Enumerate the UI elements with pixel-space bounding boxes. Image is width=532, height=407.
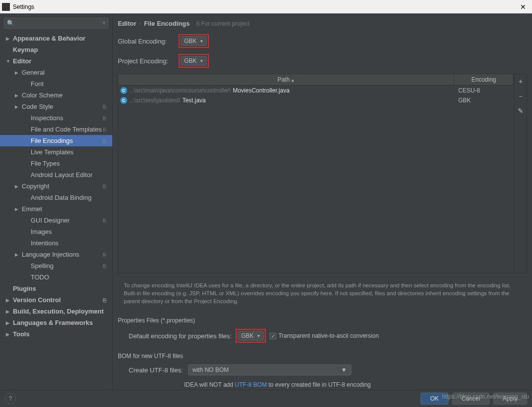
breadcrumb-editor[interactable]: Editor: [118, 20, 137, 27]
tree-arrow-icon: ▶: [6, 36, 12, 41]
sidebar-item-file-types[interactable]: File Types: [0, 158, 112, 169]
tree-arrow-icon: ▶: [6, 320, 12, 325]
chevron-down-icon: ▼: [341, 366, 347, 373]
tree-arrow-icon: ▶: [6, 332, 12, 337]
checkmark-icon: ✓: [270, 333, 276, 339]
transparent-ascii-checkbox[interactable]: ✓ Transparent native-to-ascii conversion: [270, 332, 379, 339]
sidebar-item-gui-designer[interactable]: GUI Designer⎘: [0, 215, 112, 226]
sidebar-item-tools[interactable]: ▶Tools: [0, 328, 112, 340]
sidebar-item-inspections[interactable]: Inspections⎘: [0, 112, 112, 124]
sidebar-item-label: Plugins: [13, 285, 36, 292]
cell-encoding: GBK: [454, 97, 514, 104]
settings-tree: ▶Appearance & BehaviorKeymap▼Editor▶Gene…: [0, 33, 112, 390]
sidebar-item-label: Code Style: [22, 103, 53, 110]
tree-arrow-icon: ▶: [15, 70, 21, 75]
highlight-box: GBK ▼: [236, 329, 266, 343]
sidebar-item-color-scheme[interactable]: ▶Color Scheme: [0, 90, 112, 101]
sidebar-item-file-and-code-templates[interactable]: File and Code Templates⎘: [0, 124, 112, 135]
sidebar-item-languages-frameworks[interactable]: ▶Languages & Frameworks: [0, 317, 112, 328]
chevron-down-icon: ▼: [256, 334, 260, 338]
table-header: Path▲ Encoding: [118, 74, 514, 86]
create-utf8-combo[interactable]: with NO BOM ▼: [188, 364, 351, 375]
sidebar-item-plugins[interactable]: Plugins: [0, 283, 112, 294]
content-panel: Editor › File Encodings ⎘For current pro…: [113, 14, 532, 390]
remove-icon[interactable]: －: [517, 92, 524, 101]
scope-note: ⎘For current project: [196, 20, 249, 27]
sidebar-item-editor[interactable]: ▼Editor: [0, 55, 112, 67]
chevron-right-icon: ›: [140, 21, 141, 26]
sidebar-item-keymap[interactable]: Keymap: [0, 44, 112, 55]
tree-arrow-icon: ▶: [6, 298, 12, 303]
copy-icon: ⎘: [103, 138, 108, 144]
sidebar-item-copyright[interactable]: ▶Copyright⎘: [0, 181, 112, 192]
properties-encoding-combo[interactable]: GBK ▼: [238, 331, 264, 341]
table-row[interactable]: C...\src\main\java\com\course\controller…: [118, 86, 514, 95]
project-encoding-combo[interactable]: GBK ▼: [181, 56, 207, 66]
window-title: Settings: [13, 3, 516, 10]
sidebar-item-spelling[interactable]: Spelling⎘: [0, 260, 112, 271]
sidebar-item-language-injections[interactable]: ▶Language Injections⎘: [0, 249, 112, 260]
sidebar-item-label: Editor: [13, 57, 32, 65]
search-input[interactable]: [4, 18, 108, 29]
sidebar-item-label: TODO: [31, 273, 49, 281]
sidebar-item-label: Images: [31, 228, 52, 235]
sidebar-item-label: Languages & Frameworks: [13, 319, 93, 326]
sidebar-item-label: Intentions: [31, 239, 58, 247]
chevron-down-icon: ▼: [199, 59, 203, 63]
sidebar-item-label: Build, Execution, Deployment: [13, 308, 103, 315]
utf8-bom-link[interactable]: UTF-8 BOM: [235, 381, 267, 388]
sidebar-item-label: Inspections: [31, 114, 63, 122]
tree-arrow-icon: ▶: [15, 207, 21, 212]
sidebar-item-label: File Types: [31, 160, 60, 167]
sidebar-item-label: File Encodings: [31, 137, 73, 144]
sidebar-item-label: Android Layout Editor: [31, 171, 93, 179]
sidebar-item-label: Color Scheme: [22, 91, 62, 99]
column-encoding[interactable]: Encoding: [454, 74, 514, 85]
chevron-down-icon[interactable]: ▾: [103, 20, 105, 25]
sidebar-item-live-templates[interactable]: Live Templates: [0, 146, 112, 158]
properties-section-title: Properties Files (*.properties): [118, 317, 527, 324]
sidebar-item-label: Language Injections: [22, 251, 79, 258]
sidebar-item-appearance-behavior[interactable]: ▶Appearance & Behavior: [0, 33, 112, 44]
sidebar-item-font[interactable]: Font: [0, 78, 112, 90]
sidebar-item-code-style[interactable]: ▶Code Style⎘: [0, 101, 112, 112]
app-icon: [2, 3, 10, 11]
sidebar-item-build-execution-deployment[interactable]: ▶Build, Execution, Deployment: [0, 306, 112, 317]
edit-icon[interactable]: ✎: [518, 107, 524, 115]
copy-icon: ⎘: [103, 183, 108, 189]
class-file-icon: C: [120, 87, 127, 94]
sidebar-item-version-control[interactable]: ▶Version Control⎘: [0, 294, 112, 306]
table-body: C...\src\main\java\com\course\controller…: [118, 86, 514, 273]
column-path[interactable]: Path▲: [118, 74, 454, 85]
breadcrumb: Editor › File Encodings ⎘For current pro…: [113, 14, 532, 31]
sidebar-item-label: Spelling: [31, 262, 53, 270]
sidebar-item-intentions[interactable]: Intentions: [0, 237, 112, 249]
help-button[interactable]: ?: [5, 393, 16, 404]
tree-arrow-icon: ▶: [15, 93, 21, 98]
highlight-box: GBK ▼: [179, 34, 209, 48]
sidebar-item-android-data-binding[interactable]: Android Data Binding: [0, 192, 112, 203]
sidebar-item-label: Android Data Binding: [31, 194, 92, 201]
tree-arrow-icon: ▶: [6, 309, 12, 314]
add-icon[interactable]: ＋: [517, 77, 524, 86]
sidebar-item-images[interactable]: Images: [0, 226, 112, 237]
sidebar-item-emmet[interactable]: ▶Emmet: [0, 203, 112, 215]
titlebar: Settings ✕: [0, 0, 532, 14]
sidebar-item-android-layout-editor[interactable]: Android Layout Editor: [0, 169, 112, 181]
sidebar-item-todo[interactable]: TODO: [0, 271, 112, 283]
global-encoding-combo[interactable]: GBK ▼: [181, 36, 207, 46]
sidebar-item-label: File and Code Templates: [31, 126, 102, 133]
sidebar-item-label: Font: [31, 80, 44, 88]
highlight-box: GBK ▼: [179, 54, 209, 68]
sidebar-item-label: Appearance & Behavior: [13, 35, 86, 42]
cell-encoding: CESU-8: [454, 87, 514, 94]
sidebar-item-file-encodings[interactable]: File Encodings⎘: [0, 135, 112, 146]
hint-text: To change encoding IntelliJ IDEA uses fo…: [124, 278, 521, 308]
copy-icon: ⎘: [103, 218, 108, 224]
sidebar-item-label: Tools: [13, 330, 30, 338]
close-icon[interactable]: ✕: [516, 3, 530, 11]
cell-path: C...\src\main\java\com\course\controller…: [118, 87, 454, 94]
table-row[interactable]: C...\src\test\java\test\Test.javaGBK: [118, 95, 514, 105]
sidebar-item-general[interactable]: ▶General: [0, 67, 112, 78]
sidebar-item-label: Live Templates: [31, 148, 73, 156]
